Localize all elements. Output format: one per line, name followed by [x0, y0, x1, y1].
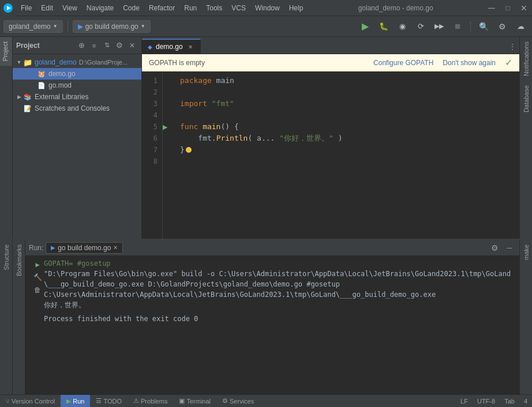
menu-window[interactable]: Window [250, 0, 284, 16]
status-tab-version-control[interactable]: ⑂ Version Control [0, 395, 61, 408]
status-tab-run[interactable]: ▶ Run [61, 395, 90, 408]
configure-gopath-link[interactable]: Configure GOPATH [373, 59, 433, 67]
run-close-button[interactable]: ─ [503, 242, 516, 254]
todo-label: TODO [103, 398, 122, 405]
stop-button[interactable]: ⏹ [449, 18, 466, 35]
problems-icon: ⚠ [133, 397, 139, 405]
status-indent[interactable]: Tab [500, 395, 519, 408]
project-close-icon[interactable]: ✕ [126, 40, 138, 51]
run-output-text: GOPATH= #gosetup "D:\Program Files\Go\bi… [44, 258, 514, 392]
maximize-button[interactable]: □ [500, 0, 516, 16]
app-logo[interactable] [0, 0, 16, 16]
tree-root-item[interactable]: ▼ 📁 goland_demo D:\GolandProje... [13, 56, 141, 68]
line-num-6: 6 [142, 133, 158, 144]
version-control-icon: ⑂ [6, 398, 10, 405]
project-gear-icon[interactable]: ⚙ [114, 40, 125, 51]
tree-item-go-mod[interactable]: 📄 go.mod [13, 80, 141, 91]
tab-more-button[interactable]: ⋮ [505, 40, 519, 54]
editor-tab-demo-go[interactable]: ◆ demo.go ✕ [142, 39, 201, 54]
project-panel-toolbar: Project ⊕ ≡ ⇅ ⚙ ✕ [13, 37, 141, 54]
tab-close-icon[interactable]: ✕ [186, 43, 194, 51]
status-tab-terminal[interactable]: ▣ Terminal [173, 395, 216, 408]
search-everywhere-button[interactable]: 🔍 [475, 18, 492, 35]
status-encoding[interactable]: UTF-8 [473, 395, 500, 408]
settings-button[interactable]: ⚙ [494, 18, 510, 35]
project-collapse-icon[interactable]: ≡ [88, 40, 100, 51]
external-libs-icon: 📚 [23, 92, 32, 101]
code-line-7: } [180, 144, 519, 156]
menu-run[interactable]: Run [179, 0, 201, 16]
run-tab-play-icon: ▶ [51, 244, 55, 251]
menu-refactor[interactable]: Refactor [144, 0, 179, 16]
project-panel-title: Project [16, 42, 74, 50]
vcs-button[interactable]: ☁ [512, 18, 529, 35]
menu-edit[interactable]: Edit [36, 0, 58, 16]
line-num-4: 4 [142, 110, 158, 121]
run-clear-icon[interactable]: 🗑 [34, 285, 41, 295]
run-settings-button[interactable]: ⚙ [488, 242, 501, 254]
notification-check-icon: ✓ [505, 57, 512, 68]
menu-vcs[interactable]: VCS [227, 0, 250, 16]
code-content[interactable]: package main import "fmt" func main() { … [173, 71, 519, 239]
toolbar: goland_demo ▼ ▶ go build demo.go ▼ ▶ 🐛 ◉… [0, 16, 532, 37]
bookmarks-panel-label[interactable]: Bookmarks [14, 240, 24, 281]
debug-button[interactable]: 🐛 [376, 18, 392, 35]
code-line-2 [180, 86, 519, 98]
coverage-button[interactable]: ◉ [394, 18, 410, 35]
make-panel-label[interactable]: make [521, 240, 531, 265]
run-play-icon: ▶ [35, 259, 39, 270]
run-output-icons: ▶ 🔨 🗑 [31, 258, 44, 392]
main-area: Project Project ⊕ ≡ ⇅ ⚙ ✕ ▼ 📁 goland_dem… [0, 37, 532, 239]
tree-item-demo-go[interactable]: 🐹 demo.go [13, 68, 141, 80]
output-line-2: "D:\Program Files\Go\bin\go.exe" build -… [44, 269, 514, 289]
line-num-5: 5 [142, 121, 158, 133]
run-output-content[interactable]: ▶ 🔨 🗑 GOPATH= #gosetup "D:\Program Files… [25, 256, 519, 394]
status-lf[interactable]: LF [456, 395, 473, 408]
status-tab-services[interactable]: ⚙ Services [216, 395, 260, 408]
status-tab-problems[interactable]: ⚠ Problems [128, 395, 173, 408]
tab-go-icon: ◆ [148, 44, 152, 50]
line-num-2: 2 [142, 86, 158, 98]
status-indent-size[interactable]: 4 [519, 395, 532, 408]
code-line-4 [180, 110, 519, 121]
run-button[interactable]: ▶ [357, 18, 373, 35]
project-scroll-icon[interactable]: ⇅ [101, 40, 113, 51]
line-num-7: 7 [142, 144, 158, 156]
output-line-3: C:\Users\Administrator\AppData\Local\Jet… [44, 289, 514, 300]
project-panel-label[interactable]: Project [0, 37, 12, 66]
tree-external-item[interactable]: ▶ 📚 External Libraries [13, 91, 141, 103]
window-title: goland_demo - demo.go [308, 4, 484, 12]
notification-text: GOPATH is empty [149, 59, 373, 67]
menu-file[interactable]: File [16, 0, 36, 16]
structure-panel-label[interactable]: Structure [1, 240, 12, 275]
run-config-button[interactable]: ▶ go build demo.go ▼ [73, 20, 151, 33]
run-arrow-gutter[interactable]: ▶ [163, 121, 173, 133]
run-with-button[interactable]: ▶▶ [431, 18, 447, 35]
menubar: File Edit View Navigate Code Refactor Ru… [0, 0, 532, 16]
run-tab-button[interactable]: ▶ go build demo.go ✕ [46, 242, 123, 254]
dismiss-notification-link[interactable]: Don't show again [443, 59, 496, 67]
database-panel-label[interactable]: Database [521, 81, 531, 117]
code-line-6: fmt.Println( a... "你好，世界。" ) [180, 133, 519, 144]
left-labels-panel: Project [0, 37, 13, 239]
run-tab-status-icon: ▶ [66, 398, 71, 404]
notifications-panel-label[interactable]: Notifications [521, 37, 531, 81]
project-switcher-button[interactable]: goland_demo ▼ [3, 20, 63, 33]
mod-file-icon: 📄 [37, 81, 46, 90]
menu-tools[interactable]: Tools [201, 0, 227, 16]
tree-scratches-item[interactable]: 📝 Scratches and Consoles [13, 103, 141, 114]
menu-help[interactable]: Help [284, 0, 308, 16]
minimize-button[interactable]: ─ [484, 0, 500, 16]
menu-view[interactable]: View [58, 0, 82, 16]
run-tab-close-icon[interactable]: ✕ [113, 244, 118, 251]
tree-item-go-mod-label: go.mod [48, 81, 72, 89]
project-add-icon[interactable]: ⊕ [76, 40, 87, 51]
run-gutter: ▶ [163, 71, 173, 239]
close-button[interactable]: ✕ [516, 0, 532, 16]
profile-button[interactable]: ⟳ [413, 18, 429, 35]
run-label: Run: [29, 244, 43, 252]
menu-navigate[interactable]: Navigate [82, 0, 118, 16]
status-tab-todo[interactable]: ☰ TODO [90, 395, 128, 408]
output-line-6: Process finished with the exit code 0 [44, 314, 514, 324]
menu-code[interactable]: Code [118, 0, 144, 16]
